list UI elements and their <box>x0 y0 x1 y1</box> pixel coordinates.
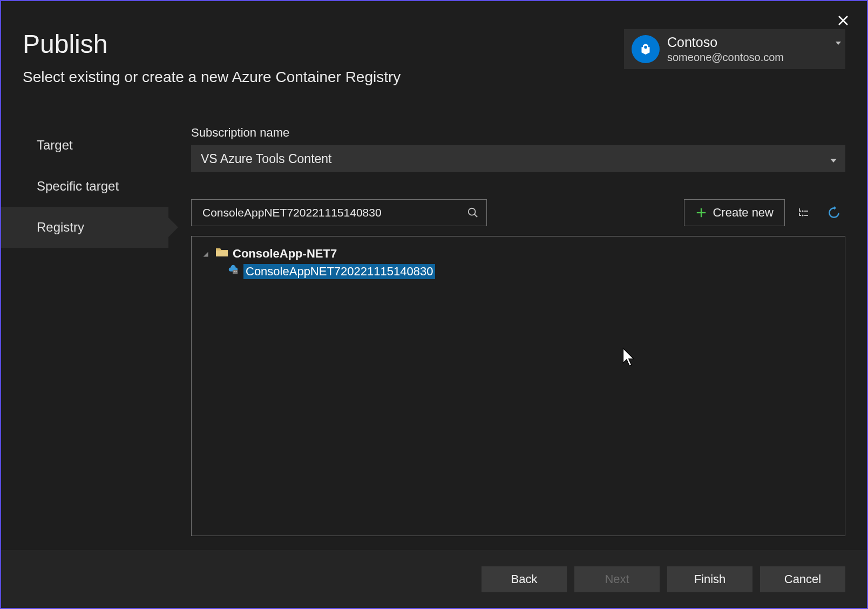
search-value: ConsoleAppNET720221115140830 <box>202 206 467 219</box>
account-email: someone@contoso.com <box>667 51 784 64</box>
plus-icon <box>695 207 707 219</box>
svg-rect-11 <box>234 271 235 272</box>
collapse-icon: ◢ <box>204 251 211 258</box>
folder-icon <box>215 247 228 261</box>
tree-registry-label: ConsoleAppNET720221115140830 <box>243 264 435 279</box>
svg-point-6 <box>802 210 803 212</box>
chevron-down-icon <box>836 36 841 49</box>
tree-registry-item[interactable]: ConsoleAppNET720221115140830 <box>225 262 835 281</box>
create-new-button[interactable]: Create new <box>684 199 785 226</box>
group-view-icon <box>797 206 810 219</box>
close-button[interactable] <box>833 11 853 30</box>
next-button: Next <box>574 566 660 592</box>
cancel-button[interactable]: Cancel <box>760 566 845 592</box>
finish-button[interactable]: Finish <box>667 566 752 592</box>
account-name: Contoso <box>667 35 784 50</box>
svg-line-3 <box>474 214 478 218</box>
step-target[interactable]: Target <box>1 125 168 166</box>
dialog-subtitle: Select existing or create a new Azure Co… <box>23 69 401 86</box>
svg-point-2 <box>469 208 476 215</box>
cloud-registry-icon <box>227 264 239 279</box>
search-input[interactable]: ConsoleAppNET720221115140830 <box>191 199 487 226</box>
svg-point-8 <box>802 214 803 216</box>
group-view-button[interactable] <box>792 199 815 226</box>
refresh-button[interactable] <box>823 199 845 226</box>
tree-group-label: ConsoleApp-NET7 <box>233 247 337 261</box>
create-new-label: Create new <box>713 206 774 220</box>
search-icon <box>467 207 479 219</box>
refresh-icon <box>827 206 841 220</box>
account-selector[interactable]: Contoso someone@contoso.com <box>624 29 845 69</box>
step-registry[interactable]: Registry <box>1 207 168 248</box>
account-avatar-icon <box>632 35 660 63</box>
registry-tree: ◢ ConsoleApp-NET7 ConsoleAppNET720221115… <box>191 236 845 536</box>
tree-group[interactable]: ◢ ConsoleApp-NET7 <box>201 245 835 262</box>
steps-nav: Target Specific target Registry <box>1 103 168 550</box>
subscription-select[interactable]: VS Azure Tools Content <box>191 145 845 172</box>
subscription-value: VS Azure Tools Content <box>201 152 332 166</box>
dialog-title: Publish <box>23 29 401 59</box>
subscription-label: Subscription name <box>191 126 845 140</box>
svg-rect-12 <box>236 271 237 272</box>
step-specific-target[interactable]: Specific target <box>1 166 168 207</box>
svg-rect-10 <box>233 270 238 274</box>
back-button[interactable]: Back <box>482 566 567 592</box>
close-icon <box>838 15 849 26</box>
chevron-down-icon <box>830 152 837 166</box>
